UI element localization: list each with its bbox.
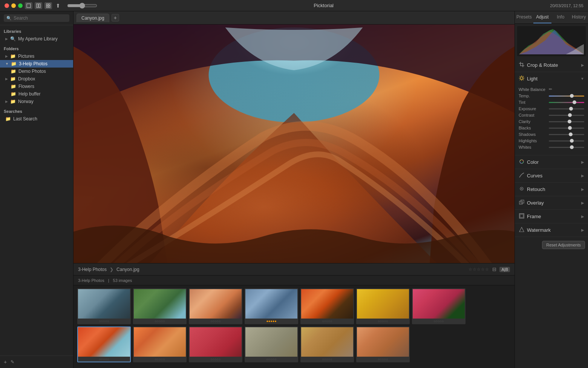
sidebar-item-pictures[interactable]: ▶ 📁 Pictures	[0, 52, 73, 60]
star-rating[interactable]: ☆☆☆☆☆	[469, 267, 489, 272]
thumb-4[interactable]: ●●●●●	[245, 288, 298, 324]
retouch-icon	[519, 186, 525, 193]
tint-slider[interactable]	[549, 102, 584, 103]
main-photo	[74, 25, 514, 263]
whites-thumb[interactable]	[570, 145, 574, 149]
thumb-3[interactable]: ○○○○○	[189, 288, 242, 324]
share-button[interactable]: ⬆	[54, 2, 62, 9]
section-light: Light ▼ White Balance ✏ Temp.	[515, 72, 588, 156]
titlebar-left: ⬆	[5, 2, 97, 9]
section-curves-arrow: ▶	[581, 174, 584, 178]
highlights-slider[interactable]	[549, 140, 584, 142]
thumb-2[interactable]: ○○○○○	[133, 288, 187, 324]
svg-rect-6	[49, 6, 50, 8]
shadows-slider[interactable]	[549, 134, 584, 135]
tab-adjust[interactable]: Adjust	[533, 11, 551, 23]
thumb-1[interactable]: ○○○○○	[77, 288, 131, 324]
contrast-thumb[interactable]	[568, 113, 572, 117]
sidebar-item-aperture-library[interactable]: ▶ 🔍 My Aperture Library	[0, 35, 73, 43]
section-crop: Crop & Rotate ▶	[515, 59, 588, 72]
section-light-title: Light	[527, 76, 537, 82]
view-single-button[interactable]	[25, 2, 32, 9]
tab-add-button[interactable]: +	[112, 14, 119, 22]
whites-slider[interactable]	[549, 147, 584, 148]
section-frame-header[interactable]: Frame ▶	[515, 210, 588, 223]
sidebar-item-dropbox[interactable]: ▶ 📁 Dropbox	[0, 75, 73, 83]
search-bar: 🔍	[0, 11, 73, 25]
svg-rect-4	[49, 4, 50, 5]
add-folder-button[interactable]: +	[4, 359, 7, 365]
tint-thumb[interactable]	[573, 100, 576, 104]
folder-icon: 📁	[11, 91, 16, 97]
tab-canyon[interactable]: Canyon.jpg	[77, 14, 109, 22]
thumb-11[interactable]: ○○○○○	[189, 326, 242, 362]
section-overlay: Overlay ▶	[515, 196, 588, 210]
section-crop-arrow: ▶	[581, 63, 584, 67]
tab-presets[interactable]: Presets	[515, 11, 533, 23]
photo-strip-header: 3-Help Photos | 53 images	[74, 275, 514, 285]
clarity-label: Clarity	[519, 119, 547, 124]
view-grid-button[interactable]	[44, 2, 52, 9]
sidebar-item-flowers[interactable]: 📁 Flowers	[0, 83, 73, 90]
section-light-header[interactable]: Light ▼	[515, 72, 588, 85]
view-split-button[interactable]	[35, 2, 42, 9]
arrow-icon: ▶	[5, 54, 8, 58]
minimize-button[interactable]	[11, 3, 16, 8]
section-watermark-header[interactable]: Watermark ▶	[515, 223, 588, 237]
blacks-thumb[interactable]	[568, 126, 572, 130]
wb-row: White Balance ✏	[519, 87, 584, 92]
folder-icon: 📁	[11, 84, 16, 89]
thumb-12[interactable]: ○○○○○	[245, 326, 298, 362]
temp-slider[interactable]	[549, 95, 584, 97]
folder-label: Demo Photos	[18, 69, 46, 74]
section-retouch-header[interactable]: Retouch ▶	[515, 183, 588, 196]
close-button[interactable]	[5, 3, 9, 8]
temp-thumb[interactable]	[570, 94, 574, 98]
thumb-13[interactable]: ○○○○○	[300, 326, 354, 362]
search-input[interactable]	[14, 15, 67, 21]
datetime: 20/03/2017, 12:55	[550, 3, 583, 8]
thumb-5[interactable]: ○○○○○	[300, 288, 354, 324]
zoom-slider[interactable]	[67, 3, 97, 9]
wb-picker-icon[interactable]: ✏	[549, 87, 552, 92]
sidebar-item-norway[interactable]: ▶ 📁 Norway	[0, 98, 73, 105]
sidebar-item-3help-photos[interactable]: ▼ 📁 3-Help Photos	[0, 60, 73, 68]
thumb-6[interactable]: ○○○○○	[356, 288, 410, 324]
searches-section-title: Searches	[0, 105, 73, 115]
section-curves: Curves ▶	[515, 169, 588, 183]
reset-adjustments-button[interactable]: Reset Adjustments	[542, 241, 585, 249]
breadcrumb-file[interactable]: Canyon.jpg	[116, 267, 139, 272]
contrast-slider[interactable]	[549, 115, 584, 116]
thumb-stars-12: ○○○○○	[245, 357, 297, 362]
sidebar-item-help-buffer[interactable]: 📁 Help buffer	[0, 90, 73, 98]
sidebar-item-demo-photos[interactable]: 📁 Demo Photos	[0, 68, 73, 75]
exposure-thumb[interactable]	[569, 107, 573, 111]
image-statusbar: 3-Help Photos ❯ Canyon.jpg ☆☆☆☆☆ ⊟ A|B	[74, 263, 514, 275]
blacks-slider[interactable]	[549, 128, 584, 129]
section-curves-header[interactable]: Curves ▶	[515, 169, 588, 182]
thumb-stars-14: ○○○○○	[357, 357, 409, 362]
sidebar-item-last-search[interactable]: 📁 Last Search	[0, 115, 73, 123]
tab-info[interactable]: Info	[551, 11, 570, 23]
thumb-9[interactable]: ○○○○○	[77, 326, 131, 362]
histogram	[517, 26, 586, 56]
thumb-14[interactable]: ○○○○○	[356, 326, 410, 362]
fullscreen-button[interactable]	[18, 3, 23, 8]
exposure-slider[interactable]	[549, 108, 584, 109]
section-crop-header[interactable]: Crop & Rotate ▶	[515, 59, 588, 72]
thumb-10[interactable]: ○○○○○	[133, 326, 187, 362]
section-color-header[interactable]: Color ▶	[515, 156, 588, 169]
thumb-7[interactable]: ○○○○○	[412, 288, 466, 324]
breadcrumb-folder[interactable]: 3-Help Photos	[78, 267, 107, 272]
section-overlay-header[interactable]: Overlay ▶	[515, 196, 588, 209]
tab-history[interactable]: History	[570, 11, 588, 23]
view-toggle-icon[interactable]: ⊟	[492, 266, 496, 272]
svg-line-20	[523, 76, 524, 77]
highlights-thumb[interactable]	[570, 139, 574, 143]
info-button[interactable]: ✎	[11, 359, 14, 365]
ab-compare-button[interactable]: A|B	[499, 267, 510, 272]
clarity-slider[interactable]	[549, 121, 584, 122]
shadows-thumb[interactable]	[569, 132, 573, 136]
svg-line-19	[523, 80, 524, 80]
clarity-thumb[interactable]	[568, 120, 571, 123]
